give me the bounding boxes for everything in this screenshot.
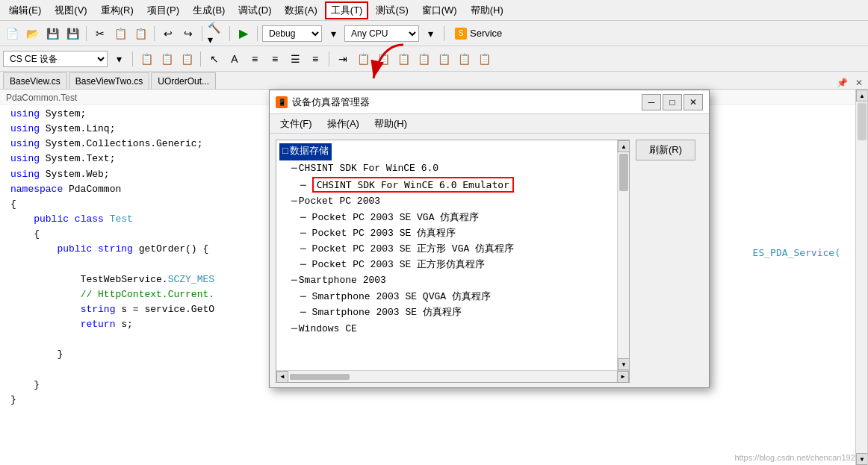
- dialog-menubar: 文件(F) 操作(A) 帮助(H): [270, 114, 709, 134]
- dialog-menu-help[interactable]: 帮助(H): [368, 116, 413, 132]
- device-dropdown[interactable]: CS CE 设备: [3, 51, 108, 67]
- dialog-right-panel: 刷新(R): [636, 140, 703, 383]
- sep7: [132, 52, 133, 66]
- menu-edit[interactable]: 编辑(E): [3, 1, 47, 19]
- dialog-minimize-btn[interactable]: ─: [642, 94, 661, 110]
- t2-btn3[interactable]: 📋: [178, 50, 196, 68]
- cpu-dropdown[interactable]: Any CPU: [344, 25, 419, 42]
- tree-node-wince: ─ Windows CE: [279, 321, 614, 338]
- new-file-btn[interactable]: 📄: [3, 25, 21, 43]
- menu-data[interactable]: 数据(A): [279, 1, 323, 19]
- emulator-label-highlighted: CHSINT SDK For WinCE 6.0 Emulator: [312, 177, 514, 193]
- copy-btn[interactable]: 📋: [111, 25, 129, 43]
- t2-btn15[interactable]: 📋: [435, 50, 453, 68]
- sep1: [86, 26, 87, 41]
- run-btn[interactable]: ▶: [235, 25, 252, 43]
- menu-build[interactable]: 生成(B): [187, 1, 231, 19]
- emulator-dialog[interactable]: 📱 设备仿真器管理器 ─ □ ✕ 文件(F) 操作(A) 帮助(H): [269, 90, 710, 388]
- refresh-button[interactable]: 刷新(R): [636, 140, 695, 160]
- t2-btn6[interactable]: ≡: [246, 50, 264, 68]
- t2-btn8[interactable]: ☰: [286, 50, 304, 68]
- sep6: [444, 26, 444, 41]
- t2-btn4[interactable]: ↖: [205, 50, 223, 68]
- tree-children-smartphone: ─ Smartphone 2003 SE QVGA 仿真程序 ─ Smartph…: [290, 290, 614, 321]
- t2-btn9[interactable]: ≡: [306, 50, 324, 68]
- ide-scrollbar[interactable]: ▲ ▼: [855, 90, 867, 465]
- menu-help[interactable]: 帮助(H): [465, 1, 509, 19]
- sep3: [202, 26, 202, 41]
- tree-node-smartphone: ─ Smartphone 2003 ─ Smartphone 2003 SE Q…: [279, 272, 614, 320]
- device-arrow-btn[interactable]: ▾: [110, 50, 128, 68]
- ide-container: 编辑(E) 视图(V) 重构(R) 项目(P) 生成(B) 调试(D) 数据(A…: [0, 0, 868, 465]
- chsint-expander: ─: [291, 161, 297, 177]
- tab-uorderout[interactable]: UOrderOut...: [151, 72, 216, 89]
- tree-child-ppc-se[interactable]: ─ Pocket PC 2003 SE 仿真程序: [300, 226, 614, 242]
- tree-child-ppc-vga[interactable]: ─ Pocket PC 2003 SE VGA 仿真程序: [300, 210, 614, 226]
- build-dropdown-btn[interactable]: 🔨▾: [207, 25, 225, 43]
- t2-btn14[interactable]: 📋: [415, 50, 433, 68]
- service-icon: S: [455, 28, 467, 40]
- tree-node-ppc2003: ─ Pocket PC 2003 ─ Pocket PC 2003 SE VGA…: [279, 193, 614, 272]
- tree-children-chsint: ─ CHSINT SDK For WinCE 6.0 Emulator: [290, 178, 614, 194]
- tab-baseviewtwo[interactable]: BaseViewTwo.cs: [69, 72, 150, 89]
- tree-child-sp-se[interactable]: ─ Smartphone 2003 SE 仿真程序: [300, 305, 614, 321]
- tree-scroll-right-btn[interactable]: ►: [617, 371, 629, 383]
- dialog-menu-file[interactable]: 文件(F): [274, 116, 318, 132]
- tree-hscrollbar[interactable]: ◄ ►: [276, 370, 629, 382]
- tab-baseview[interactable]: BaseView.cs: [3, 72, 67, 89]
- close-tab-btn[interactable]: ✕: [853, 77, 865, 89]
- ide-scroll-down-btn[interactable]: ▼: [856, 453, 868, 465]
- tree-child-ppc-sq[interactable]: ─ Pocket PC 2003 SE 正方形仿真程序: [300, 258, 614, 273]
- debug-mode-dropdown[interactable]: Debug: [262, 25, 322, 42]
- menu-debug[interactable]: 调试(D): [232, 1, 277, 19]
- t2-btn5[interactable]: A: [226, 50, 244, 68]
- tree-child-ppc-sqvga[interactable]: ─ Pocket PC 2003 SE 正方形 VGA 仿真程序: [300, 242, 614, 258]
- tree-node-chsint-header[interactable]: ─ CHSINT SDK For WinCE 6.0: [290, 160, 614, 178]
- tree-scroll-left-btn[interactable]: ◄: [276, 371, 288, 383]
- menu-test[interactable]: 测试(S): [370, 1, 414, 19]
- t2-btn10[interactable]: ⇥: [334, 50, 352, 68]
- tree-node-ppc2003-header[interactable]: ─ Pocket PC 2003: [290, 193, 614, 210]
- save-all-btn[interactable]: 💾: [63, 25, 81, 43]
- menu-tools[interactable]: 工具(T): [325, 1, 369, 19]
- emulator-tree[interactable]: □ 数据存储 ─ CHSINT SDK For WinCE 6.0: [276, 140, 617, 370]
- debug-arrow-btn[interactable]: ▾: [324, 25, 342, 43]
- t2-btn2[interactable]: 📋: [158, 50, 176, 68]
- t2-btn1[interactable]: 📋: [137, 50, 155, 68]
- tree-scroll-up-btn[interactable]: ▲: [618, 140, 629, 152]
- tree-node-wince-header[interactable]: ─ Windows CE: [290, 321, 614, 338]
- dialog-title: 设备仿真器管理器: [292, 96, 637, 109]
- dialog-controls: ─ □ ✕: [642, 94, 703, 110]
- paste-btn[interactable]: 📋: [131, 25, 149, 43]
- tree-node-smartphone-header[interactable]: ─ Smartphone 2003: [290, 272, 614, 290]
- tree-root-node[interactable]: □ 数据存储: [279, 143, 614, 160]
- t2-btn16[interactable]: 📋: [455, 50, 473, 68]
- t2-btn11[interactable]: 📋: [354, 50, 372, 68]
- cpu-arrow-btn[interactable]: ▾: [421, 25, 439, 43]
- t2-btn7[interactable]: ≡: [266, 50, 284, 68]
- tree-scroll-down-btn[interactable]: ▼: [618, 358, 629, 370]
- menu-project[interactable]: 项目(P): [141, 1, 185, 19]
- redo-btn[interactable]: ↪: [179, 25, 197, 43]
- tree-vscrollbar[interactable]: ▲ ▼: [617, 140, 629, 370]
- tree-child-sp-qvga[interactable]: ─ Smartphone 2003 SE QVGA 仿真程序: [300, 290, 614, 305]
- ide-scroll-up-btn[interactable]: ▲: [856, 90, 868, 102]
- t2-btn13[interactable]: 📋: [394, 50, 412, 68]
- dialog-menu-action[interactable]: 操作(A): [321, 116, 365, 132]
- pin-tab-btn[interactable]: 📌: [834, 77, 850, 89]
- t2-btn17[interactable]: 📋: [475, 50, 493, 68]
- save-btn[interactable]: 💾: [43, 25, 61, 43]
- code-right-ref: ES_PDA_Service(: [753, 247, 840, 258]
- menu-view[interactable]: 视图(V): [49, 1, 93, 19]
- tree-child-emulator[interactable]: ─ CHSINT SDK For WinCE 6.0 Emulator: [300, 178, 614, 194]
- dialog-maximize-btn[interactable]: □: [663, 94, 682, 110]
- open-file-btn[interactable]: 📂: [23, 25, 41, 43]
- dialog-close-btn[interactable]: ✕: [683, 94, 703, 110]
- cut-btn[interactable]: ✂: [91, 25, 109, 43]
- menu-refactor[interactable]: 重构(R): [95, 1, 140, 19]
- toolbar-main: 📄 📂 💾 💾 ✂ 📋 📋 ↩ ↪ 🔨▾ ▶ Debug ▾ Any CPU ▾…: [0, 21, 868, 46]
- tree-root-label: 数据存储: [290, 144, 329, 160]
- undo-btn[interactable]: ↩: [159, 25, 177, 43]
- menu-window[interactable]: 窗口(W): [416, 1, 463, 19]
- t2-btn12[interactable]: 📋: [374, 50, 392, 68]
